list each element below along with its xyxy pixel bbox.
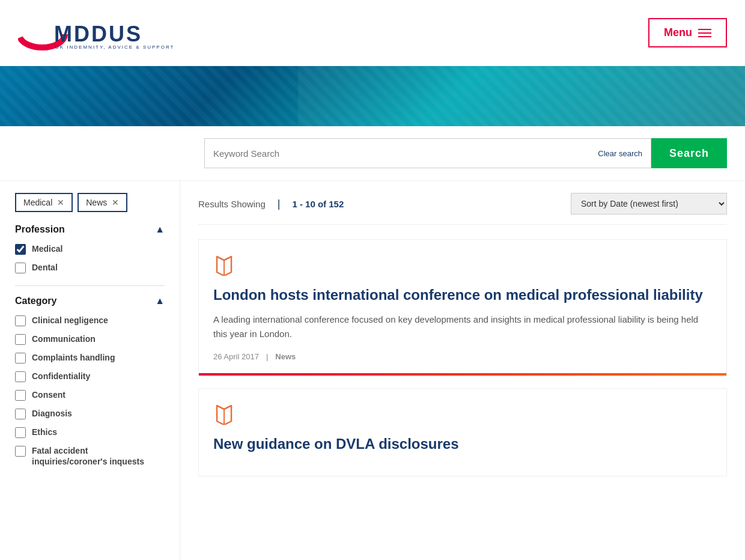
article-1-meta-pipe: | (266, 352, 268, 361)
profession-title: Profession (15, 224, 65, 235)
category-ethics-label: Ethics (32, 427, 57, 437)
filter-tag-medical-remove[interactable]: ✕ (57, 198, 64, 207)
category-confidentiality[interactable]: Confidentiality (15, 371, 165, 382)
active-filters: Medical ✕ News ✕ (15, 193, 165, 212)
search-area: Clear search Search (0, 126, 745, 181)
category-communication-label: Communication (32, 333, 96, 344)
category-header: Category ▲ (15, 296, 165, 306)
category-fatal-accident-label: Fatal accident inquiries/coroner's inque… (32, 445, 165, 467)
hamburger-icon (698, 29, 711, 37)
article-1-meta: 26 April 2017 | News (213, 352, 712, 361)
profession-section: Profession ▲ Medical Dental (15, 224, 165, 273)
results-showing-label: Results Showing (198, 199, 266, 209)
category-confidentiality-checkbox[interactable] (15, 371, 26, 382)
category-complaints-handling-checkbox[interactable] (15, 353, 26, 364)
svg-text:UK INDEMNITY, ADVICE & SUPPORT: UK INDEMNITY, ADVICE & SUPPORT (55, 44, 174, 50)
search-input[interactable] (205, 148, 589, 159)
category-title: Category (15, 296, 56, 306)
category-fatal-accident[interactable]: Fatal accident inquiries/coroner's inque… (15, 445, 165, 467)
article-2-title[interactable]: New guidance on DVLA disclosures (213, 434, 712, 453)
results-range: 1 - 10 (292, 199, 315, 209)
filter-tag-news-remove[interactable]: ✕ (112, 198, 119, 207)
profession-medical-item[interactable]: Medical (15, 243, 165, 255)
content-area: Results Showing | 1 - 10 of 152 Sort by … (180, 181, 745, 560)
article-1-icon (213, 254, 712, 285)
sidebar: Medical ✕ News ✕ Profession ▲ Medical De… (0, 181, 180, 560)
svg-text:MDDUS: MDDUS (54, 22, 142, 46)
profession-collapse-icon[interactable]: ▲ (155, 224, 165, 235)
category-complaints-handling-label: Complaints handling (32, 352, 115, 363)
category-diagnosis[interactable]: Diagnosis (15, 408, 165, 419)
article-card-1: London hosts international conference on… (198, 239, 727, 376)
results-total: 152 (329, 199, 344, 209)
logo-area: MDDUS UK INDEMNITY, ADVICE & SUPPORT (18, 15, 174, 51)
search-bar: Clear search Search (204, 138, 727, 168)
article-1-excerpt: A leading international conference focus… (213, 312, 712, 341)
search-input-wrapper: Clear search (204, 138, 651, 168)
filter-tag-medical-label: Medical (23, 198, 52, 207)
sidebar-divider-1 (15, 285, 165, 286)
results-bar: Results Showing | 1 - 10 of 152 Sort by … (198, 193, 727, 225)
article-2-icon (213, 403, 712, 434)
category-communication[interactable]: Communication (15, 333, 165, 345)
hero-white-overlay (298, 66, 745, 126)
profession-dental-item[interactable]: Dental (15, 262, 165, 273)
filter-tag-news-label: News (86, 198, 107, 207)
article-1-date: 26 April 2017 (213, 352, 259, 361)
category-consent[interactable]: Consent (15, 389, 165, 401)
clear-search-button[interactable]: Clear search (589, 149, 651, 158)
filter-tag-news[interactable]: News ✕ (78, 193, 127, 212)
menu-label: Menu (664, 26, 692, 39)
category-ethics-checkbox[interactable] (15, 427, 26, 438)
category-clinical-negligence[interactable]: Clinical negligence (15, 315, 165, 326)
menu-button[interactable]: Menu (648, 18, 727, 47)
results-count: 1 - 10 of 152 (292, 199, 344, 209)
article-card-2: New guidance on DVLA disclosures (198, 388, 727, 476)
profession-dental-checkbox[interactable] (15, 263, 26, 273)
article-1-type: News (275, 352, 296, 361)
filter-tag-medical[interactable]: Medical ✕ (15, 193, 73, 212)
category-consent-checkbox[interactable] (15, 390, 26, 401)
category-section: Category ▲ Clinical negligence Communica… (15, 296, 165, 467)
profession-medical-label: Medical (32, 243, 62, 254)
category-consent-label: Consent (32, 389, 65, 400)
category-fatal-accident-checkbox[interactable] (15, 446, 26, 457)
logo-svg: MDDUS UK INDEMNITY, ADVICE & SUPPORT (18, 15, 174, 51)
category-confidentiality-label: Confidentiality (32, 371, 90, 382)
category-diagnosis-checkbox[interactable] (15, 409, 26, 419)
category-complaints-handling[interactable]: Complaints handling (15, 352, 165, 364)
category-ethics[interactable]: Ethics (15, 427, 165, 438)
category-clinical-negligence-label: Clinical negligence (32, 315, 108, 326)
category-communication-checkbox[interactable] (15, 334, 26, 345)
profession-medical-checkbox[interactable] (15, 244, 26, 255)
results-pipe: | (278, 198, 281, 210)
profession-header: Profession ▲ (15, 224, 165, 235)
search-button[interactable]: Search (651, 138, 727, 168)
category-collapse-icon[interactable]: ▲ (155, 296, 165, 306)
category-clinical-negligence-checkbox[interactable] (15, 315, 26, 326)
main-layout: Medical ✕ News ✕ Profession ▲ Medical De… (0, 181, 745, 560)
hero-banner (0, 66, 745, 126)
category-diagnosis-label: Diagnosis (32, 408, 72, 419)
profession-dental-label: Dental (32, 262, 58, 273)
results-of-label: of (318, 199, 329, 209)
article-1-title[interactable]: London hosts international conference on… (213, 285, 712, 304)
site-header: MDDUS UK INDEMNITY, ADVICE & SUPPORT Men… (0, 0, 745, 66)
sort-select[interactable]: Sort by Date (newest first) Sort by Date… (571, 193, 727, 215)
